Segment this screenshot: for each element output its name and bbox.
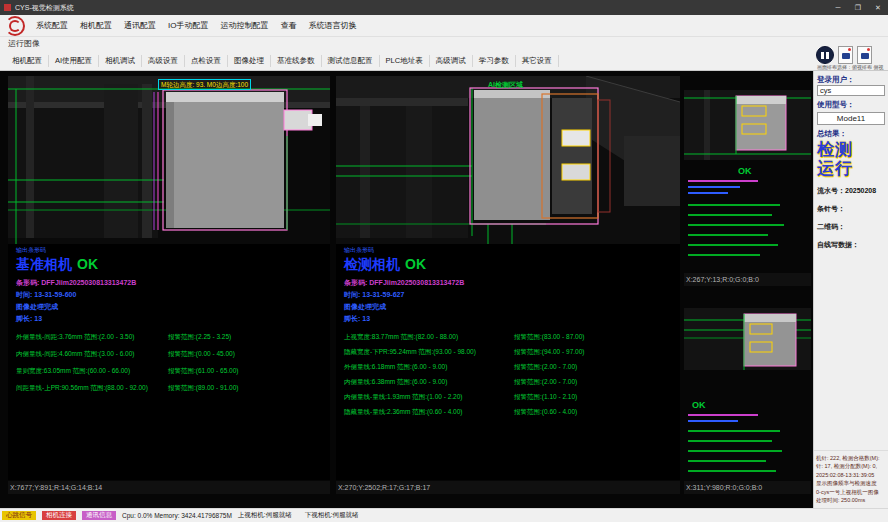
menu-item-system-config[interactable]: 系统配置: [36, 20, 68, 31]
camera-connection-badge: 相机连接: [42, 511, 76, 520]
tab-baseline-params[interactable]: 基准线参数: [271, 55, 322, 67]
measurement-row: 量则宽度:63.05mm 范围:(60.00 - 66.00)报警范围:(61.…: [16, 367, 328, 376]
total-result-label: 总结果：: [817, 129, 885, 139]
heartbeat-status-badge: 心跳信号: [2, 511, 36, 520]
tab-advanced-settings[interactable]: 高级设置: [142, 55, 185, 67]
menu-item-view[interactable]: 查看: [280, 20, 296, 31]
ai-region-label: AI检测区域: [488, 80, 523, 90]
preview-camera-bottom[interactable]: OK: [684, 290, 811, 480]
brand-logo-icon: [5, 16, 25, 36]
right-camera-coordinates: X:270;Y:2502;R:17;G:17;B:17: [336, 481, 680, 494]
pause-button[interactable]: [816, 46, 834, 64]
tab-learning-params[interactable]: 学习参数: [473, 55, 516, 67]
measurement-row: 隐藏宽度-下PR:95.24mm 范围:(93.00 - 98.00)报警范围:…: [344, 348, 678, 357]
pin-count: 脚长: 13: [16, 314, 328, 324]
height-roi-label: M轮边高度: 93. M0边高度:100: [158, 79, 251, 90]
camera-result-title: 检测相机: [344, 256, 400, 274]
tab-other-settings[interactable]: 其它设置: [516, 55, 559, 67]
process-status: 图像处理完成: [16, 302, 328, 312]
left-camera-results: 输出条形码 基准相机 OK 条形码: DFFJiim20250308133134…: [16, 246, 328, 401]
stat-line: 0-cys一号上视相机一图像: [816, 488, 886, 497]
login-user-label: 登录用户：: [817, 75, 855, 85]
comm-info-badge: 通讯信息: [82, 511, 116, 520]
measurement-row: 内侧量线:6.38mm 范围:(6.00 - 9.00)报警范围:(2.00 -…: [344, 378, 678, 387]
preview-bottom-coordinates: X:311;Y:980;R:0;G:0;B:0: [684, 481, 811, 494]
needle-field: 条针号：: [817, 204, 885, 214]
pin-count: 脚长: 13: [344, 314, 678, 324]
capture-time: 时间: 13-31-59-627: [344, 290, 678, 300]
tab-spot-check[interactable]: 点检设置: [185, 55, 228, 67]
preview-top-coordinates: X:267;Y:13;R:0;G:0;B:0: [684, 273, 811, 286]
status-bar: 心跳信号 相机连接 通讯信息 Cpu: 0.0% Memory: 3424.41…: [0, 508, 888, 522]
serial-field: 流水号：20250208: [817, 186, 885, 196]
preview-image: OK: [684, 76, 811, 272]
tab-camera-debug[interactable]: 相机调试: [99, 55, 142, 67]
barcode-text: 条形码: DFFJiim2025030813313472B: [344, 278, 678, 288]
tab-ai-config[interactable]: AI使用配置: [49, 55, 99, 67]
measurement-row: 上视宽度:83.77mm 范围:(82.00 - 88.00)报警范围:(83.…: [344, 333, 678, 342]
left-camera-view[interactable]: M轮边高度: 93. M0边高度:100 输出条形码 基准相机 OK 条形码: …: [8, 76, 330, 480]
barcode-text: 条形码: DFFJiim2025030813313472B: [16, 278, 328, 288]
servo-status-readout: 上视相机:伺服就绪 下视相机:伺服就绪: [238, 511, 359, 520]
menu-item-language[interactable]: 系统语言切换: [308, 20, 356, 31]
login-user-value: cys: [817, 85, 885, 96]
control-cluster: [816, 46, 872, 64]
result-ok-badge: OK: [405, 256, 426, 272]
total-result-value: 检测 运行: [817, 141, 885, 178]
output-barcode-label: 输出条形码: [16, 246, 328, 255]
tab-advanced-debug[interactable]: 高级调试: [430, 55, 473, 67]
tab-image-processing[interactable]: 图像处理: [228, 55, 271, 67]
close-button[interactable]: ✕: [868, 0, 888, 15]
camera-1-toggle-button[interactable]: [838, 46, 853, 64]
status-dot-icon: [848, 48, 851, 51]
stat-line: 显示图像频率与检测速度: [816, 479, 886, 488]
output-barcode-label: 输出条形码: [344, 246, 678, 255]
right-camera-results: 输出条形码 检测相机 OK 条形码: DFFJiim20250308133134…: [344, 246, 678, 423]
app-window: CYS-视觉检测系统 ─ ❐ ✕ 系统配置 相机配置 通讯配置 IO手动配置 运…: [0, 0, 888, 522]
measurement-list: 上视宽度:83.77mm 范围:(82.00 - 88.00)报警范围:(83.…: [344, 333, 678, 417]
toolbar: 相机配置 AI使用配置 相机调试 高级设置 点检设置 图像处理 基准线参数 测试…: [0, 51, 888, 71]
tab-plc-address[interactable]: PLC地址表: [380, 55, 430, 67]
camera-2-toggle-button[interactable]: [857, 46, 872, 64]
tab-camera-config[interactable]: 相机配置: [6, 55, 49, 67]
camera-result-title: 基准相机: [16, 256, 72, 274]
title-bar: CYS-视觉检测系统 ─ ❐ ✕: [0, 0, 888, 15]
qrcode-field: 二维码：: [817, 222, 885, 232]
preview-camera-top[interactable]: OK: [684, 76, 811, 272]
camera-icon: [842, 53, 850, 59]
stat-line: 2025:02:08-13:31:39:05: [816, 471, 886, 480]
measurement-row: 隐藏量线-量线:2.36mm 范围:(0.60 - 4.00)报警范围:(0.6…: [344, 408, 678, 417]
tab-test-info[interactable]: 测试信息配置: [322, 55, 380, 67]
capture-time: 时间: 13-31-59-600: [16, 290, 328, 300]
maximize-button[interactable]: ❐: [848, 0, 868, 15]
stat-line: 机针: 222, 检测合格数(M):: [816, 454, 886, 463]
cpu-memory-readout: Cpu: 0.0% Memory: 3424.41796875M: [122, 512, 232, 519]
svg-text:OK: OK: [692, 400, 706, 410]
window-title: CYS-视觉检测系统: [15, 3, 74, 13]
run-image-label: 运行图像: [0, 37, 888, 51]
svg-text:OK: OK: [738, 166, 752, 176]
model-label: 使用型号：: [817, 100, 885, 110]
measurement-list: 外侧量线-间距:3.76mm 范围:(2.00 - 3.50)报警范围:(2.2…: [16, 333, 328, 393]
minimize-button[interactable]: ─: [828, 0, 848, 15]
menu-bar: 系统配置 相机配置 通讯配置 IO手动配置 运动控制配置 查看 系统语言切换: [0, 15, 888, 37]
measurement-row: 外侧量线-间距:3.76mm 范围:(2.00 - 3.50)报警范围:(2.2…: [16, 333, 328, 342]
measurement-row: 内侧量线-量线:1.93mm 范围:(1.00 - 2.20)报警范围:(1.1…: [344, 393, 678, 402]
statistics-block: 机针: 222, 检测合格数(M): 针: 17, 检测分配数(M): 0, 2…: [814, 450, 888, 508]
right-camera-view[interactable]: AI检测区域 输出条形码 检测相机 OK 条形码: DFFJiim2025030…: [336, 76, 680, 480]
result-ok-badge: OK: [77, 256, 98, 272]
left-camera-image: [8, 76, 330, 244]
menu-item-motion-control[interactable]: 运动控制配置: [220, 20, 268, 31]
menu-item-camera-config[interactable]: 相机配置: [80, 20, 112, 31]
menu-item-io-manual[interactable]: IO手动配置: [168, 20, 208, 31]
app-icon: [4, 4, 11, 11]
model-select[interactable]: Mode11: [817, 112, 885, 125]
info-panel: 登录用户： cys 使用型号： Mode11 总结果： 检测 运行 流水号：20…: [813, 71, 888, 508]
menu-item-comm-config[interactable]: 通讯配置: [124, 20, 156, 31]
process-status: 图像处理完成: [344, 302, 678, 312]
preview-image: OK: [684, 290, 811, 480]
measurement-row: 内侧量线-间距:4.60mm 范围:(3.00 - 6.00)报警范围:(0.0…: [16, 350, 328, 359]
stat-line: 处理时间: 250.00ms: [816, 496, 886, 505]
stat-line: 针: 17, 检测分配数(M): 0,: [816, 462, 886, 471]
write-data-field: 自线写数据：: [817, 240, 885, 250]
